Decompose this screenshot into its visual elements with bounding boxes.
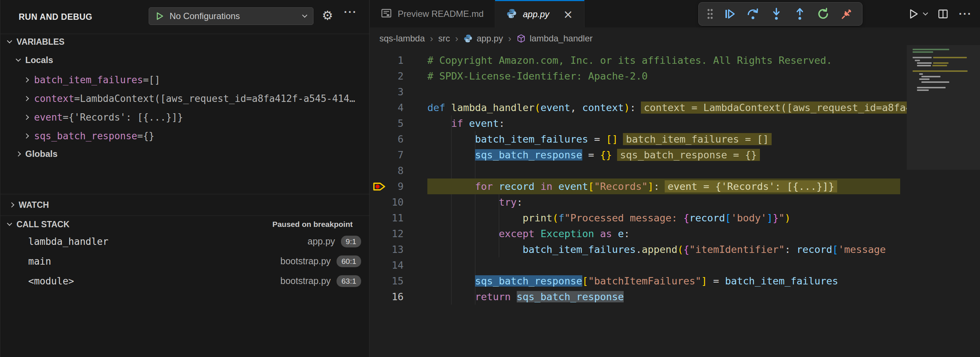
breadcrumb-folder[interactable]: sqs-lambda [379,33,425,44]
start-debugging-icon[interactable] [155,11,164,21]
gutter-line-16[interactable]: 16 [370,289,427,304]
gutter-line-2[interactable]: 2 [370,68,427,84]
gutter-line-6[interactable]: 6 [370,131,427,147]
code-line-4[interactable]: 4def lambda_handler(event, context):cont… [370,100,907,115]
code-line-content[interactable] [427,163,907,178]
split-editor-button[interactable] [934,4,952,24]
code-line-11[interactable]: 11 print(f"Processed message: {record['b… [370,210,907,226]
code-token [427,291,475,303]
code-token: [] [606,134,618,145]
code-line-content[interactable]: batch_item_failures = []batch_item_failu… [427,131,907,147]
code-line-7[interactable]: 7 sqs_batch_response = {}sqs_batch_respo… [370,147,907,163]
code-line-15[interactable]: 15 sqs_batch_response["batchItemFailures… [370,273,907,289]
code-line-content[interactable]: except Exception as e: [427,226,907,242]
variables-scope-globals[interactable]: Globals [16,146,361,162]
breadcrumb-folder[interactable]: src [438,33,450,44]
code-line-content[interactable]: sqs_batch_response["batchItemFailures"] … [427,273,907,289]
step-out-button[interactable] [789,5,810,24]
code-line-13[interactable]: 13 batch_item_failures.append({"itemIden… [370,242,907,257]
stack-frame-row[interactable]: main bootstrap.py60:1 [0,252,370,271]
chevron-right-icon[interactable] [24,114,29,120]
editor-more-actions-button[interactable]: ··· [956,4,975,24]
chevron-right-icon[interactable] [24,96,29,101]
disconnect-button[interactable] [837,5,857,24]
code-line-content[interactable]: return sqs_batch_response [427,289,907,304]
minimap[interactable] [907,27,980,357]
code-line-content[interactable]: sqs_batch_response = {}sqs_batch_respons… [427,147,907,163]
gutter-line-14[interactable]: 14 [370,257,427,273]
chevron-right-icon[interactable] [24,77,29,82]
run-dropdown-chevron-icon[interactable] [923,10,928,15]
code-line-content[interactable]: if event: [427,115,907,131]
variable-row[interactable]: event = {'Records': [{...}]} [24,108,365,126]
code-line-content[interactable]: for record in event["Records"]:event = {… [427,178,900,194]
chevron-right-icon[interactable] [24,133,29,138]
variable-row[interactable]: sqs_batch_response = {} [24,126,365,145]
breadcrumb-symbol[interactable]: lambda_handler [516,33,593,44]
variables-section-header[interactable]: VARIABLES [8,34,363,50]
code-line-content[interactable] [427,84,907,100]
code-line-9[interactable]: 9 for record in event["Records"]:event =… [370,178,907,194]
gutter-line-8[interactable]: 8 [370,163,427,178]
code-line-content[interactable]: batch_item_failures.append({"itemIdentif… [427,242,907,257]
code-line-6[interactable]: 6 batch_item_failures = []batch_item_fai… [370,131,907,147]
code-token: append [642,244,678,255]
close-tab-icon[interactable]: × [563,8,573,20]
code-token: "itemIdentifier" [689,244,784,255]
tab-app-py[interactable]: app.py × [495,0,584,27]
code-line-3[interactable]: 3 [370,84,907,100]
watch-section-header[interactable]: WATCH [10,194,361,215]
code-line-content[interactable]: print(f"Processed message: {record['body… [427,210,907,226]
globals-label: Globals [25,149,57,159]
debug-configuration-dropdown[interactable]: No Configurations [149,7,313,25]
gutter-line-4[interactable]: 4 [370,100,427,115]
code-line-content[interactable]: # Copyright Amazon.com, Inc. or its affi… [427,53,907,68]
restart-button[interactable] [813,5,834,24]
stack-frame-row[interactable]: <module> bootstrap.py63:1 [0,271,370,291]
code-line-1[interactable]: 1# Copyright Amazon.com, Inc. or its aff… [370,53,907,68]
gutter-line-9[interactable]: 9 [370,178,427,194]
stack-frame-row[interactable]: lambda_handler app.py9:1 [0,232,370,251]
code-line-5[interactable]: 5 if event: [370,115,907,131]
step-over-button[interactable] [743,5,763,24]
gutter-line-1[interactable]: 1 [370,53,427,68]
gutter-line-13[interactable]: 13 [370,242,427,257]
gutter-line-12[interactable]: 12 [370,226,427,242]
step-into-button[interactable] [766,5,787,24]
variable-row[interactable]: context = LambdaContext([aws_request_id=… [24,89,365,108]
code-line-14[interactable]: 14 [370,257,907,273]
code-token [427,196,499,208]
code-token: . [636,244,642,255]
code-line-16[interactable]: 16 return sqs_batch_response [370,289,907,304]
code-line-content[interactable]: def lambda_handler(event, context):conte… [427,100,907,115]
gutter-line-7[interactable]: 7 [370,147,427,163]
gutter-line-10[interactable]: 10 [370,194,427,210]
minimap-code-line [913,57,932,58]
gutter-line-15[interactable]: 15 [370,273,427,289]
code-line-12[interactable]: 12 except Exception as e: [370,226,907,242]
code-editor[interactable]: 1# Copyright Amazon.com, Inc. or its aff… [370,49,907,357]
frame-name: main [28,256,51,267]
sidebar-more-actions-button[interactable]: ··· [344,6,357,18]
tab-preview-readme[interactable]: Preview README.md [370,0,495,27]
gutter-line-3[interactable]: 3 [370,84,427,100]
code-line-content[interactable]: try: [427,194,907,210]
call-stack-section-header[interactable]: CALL STACK Paused on breakpoint [8,216,362,233]
code-line-2[interactable]: 2# SPDX-License-Identifier: Apache-2.0 [370,68,907,84]
run-python-file-button[interactable] [904,4,930,24]
code-token: lambda_handler [451,102,535,113]
python-icon [463,34,473,43]
code-line-8[interactable]: 8 [370,163,907,178]
variable-row[interactable]: batch_item_failures = [] [24,70,365,89]
continue-button[interactable] [719,5,740,24]
drag-handle-icon[interactable] [704,5,716,24]
code-line-10[interactable]: 10 try: [370,194,907,210]
gutter-line-5[interactable]: 5 [370,115,427,131]
code-line-content[interactable] [427,257,907,273]
gear-icon[interactable]: ⚙ [322,8,333,23]
gutter-line-11[interactable]: 11 [370,210,427,226]
variables-scope-locals[interactable]: Locals [16,52,361,68]
minimap-slider[interactable] [907,45,980,170]
code-line-content[interactable]: # SPDX-License-Identifier: Apache-2.0 [427,68,907,84]
breadcrumb-file[interactable]: app.py [463,33,503,44]
